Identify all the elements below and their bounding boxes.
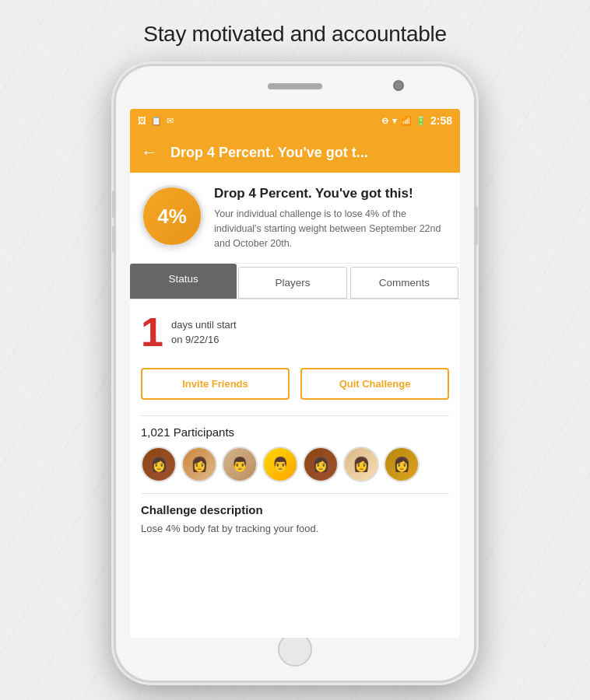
participant-avatar-6: 👩 [343,446,379,482]
camera-lens [393,80,404,91]
challenge-description: Your individual challenge is to lose 4% … [214,207,449,250]
image-notification-icon: 🖼 [138,116,146,125]
email-notification-icon: ✉ [167,116,174,126]
invite-friends-button[interactable]: Invite Friends [141,368,290,400]
participant-avatar-2: 👩 [181,446,217,482]
description-section-title: Challenge description [141,503,449,516]
challenge-badge: 4% [141,185,203,247]
status-time: 2:58 [430,114,452,127]
tab-comments[interactable]: Comments [350,267,458,299]
phone-frame: 🖼 📋 ✉ ⊖ ▾ 📶 🔋 2:58 ← Drop 4 Percent. You… [116,66,474,681]
action-buttons: Invite Friends Quit Challenge [141,368,449,400]
volume-up-button [112,191,116,218]
status-content: 1 days until start on 9/22/16 Invite Fri… [130,299,460,549]
participant-avatar-5: 👩 [303,446,339,482]
back-button[interactable]: ← [141,144,158,161]
participant-avatar-3: 👨 [222,446,258,482]
toolbar-title: Drop 4 Percent. You've got t... [170,145,449,161]
volume-down-button [112,226,116,253]
dnd-icon: ⊖ [381,116,388,126]
description-section-text: Lose 4% body fat by tracking your food. [141,521,449,537]
challenge-title: Drop 4 Percent. You've got this! [214,185,449,202]
participant-avatar-7: 👩 [384,446,420,482]
status-bar: 🖼 📋 ✉ ⊖ ▾ 📶 🔋 2:58 [130,109,460,132]
challenge-header: 4% Drop 4 Percent. You've got this! Your… [130,173,460,264]
participants-section: 1,021 Participants 👩 👩 👨 👨 👩 👩 👩 [141,415,449,482]
status-bar-right: ⊖ ▾ 📶 🔋 2:58 [381,114,452,127]
countdown-row: 1 days until start on 9/22/16 [141,312,449,352]
power-button [474,206,478,245]
tabs-container: Status Players Comments [130,264,460,299]
quit-challenge-button[interactable]: Quit Challenge [300,368,449,400]
signal-icon: 📶 [401,116,412,126]
app-toolbar: ← Drop 4 Percent. You've got t... [130,132,460,173]
wifi-icon: ▾ [392,116,397,126]
page-title: Stay motivated and accountable [0,22,590,47]
challenge-info: Drop 4 Percent. You've got this! Your in… [214,185,449,250]
participant-avatar-1: 👩 [141,446,177,482]
countdown-text: days until start on 9/22/16 [171,317,237,348]
participant-avatar-4: 👨 [262,446,298,482]
status-bar-left: 🖼 📋 ✉ [138,116,174,126]
avatars-row: 👩 👩 👨 👨 👩 👩 👩 [141,446,449,482]
phone-screen: 🖼 📋 ✉ ⊖ ▾ 📶 🔋 2:58 ← Drop 4 Percent. You… [130,109,460,638]
speaker-grill [268,83,322,89]
challenge-description-section: Challenge description Lose 4% body fat b… [141,493,449,537]
participants-count: 1,021 Participants [141,425,449,439]
battery-icon: 🔋 [416,116,427,126]
tab-players[interactable]: Players [238,267,346,299]
tab-status[interactable]: Status [130,264,237,299]
countdown-number: 1 [141,312,163,352]
app-notification-icon: 📋 [151,116,162,126]
